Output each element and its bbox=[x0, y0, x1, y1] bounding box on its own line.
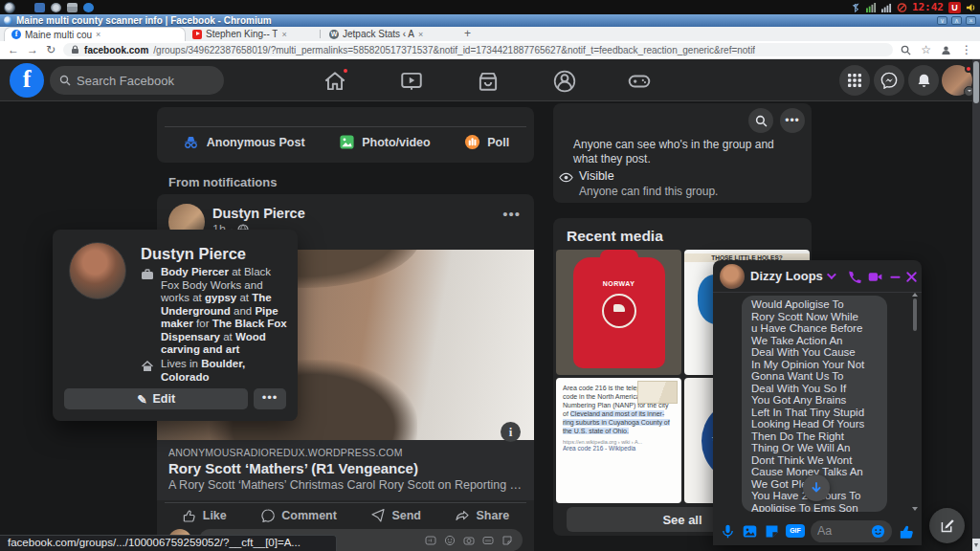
post-options-button[interactable]: ••• bbox=[502, 206, 521, 222]
gaming-tab[interactable] bbox=[627, 69, 652, 94]
poll-button[interactable]: Poll bbox=[464, 134, 509, 150]
chat-avatar[interactable] bbox=[720, 264, 745, 289]
scroll-down-arrow[interactable] bbox=[912, 507, 918, 511]
window-icon bbox=[4, 16, 12, 25]
new-message-button[interactable] bbox=[929, 508, 965, 543]
groups-tab[interactable] bbox=[552, 69, 577, 94]
scrollbar-down-arrow[interactable] bbox=[972, 539, 980, 551]
tab-stephen-king[interactable]: Stephen King-- T × bbox=[186, 27, 318, 41]
tab-close-icon[interactable]: × bbox=[418, 30, 423, 39]
hovercard-name[interactable]: Dustyn Pierce bbox=[141, 245, 246, 263]
group-search-button[interactable] bbox=[748, 108, 773, 133]
chat-scrollbar[interactable] bbox=[912, 298, 918, 507]
menu-button[interactable] bbox=[839, 65, 870, 96]
group-visible-description: Anyone can find this group. bbox=[579, 185, 718, 198]
chromium-app-icon[interactable] bbox=[83, 3, 94, 12]
edit-profile-button[interactable]: ✎ Edit bbox=[64, 388, 248, 409]
share-button[interactable]: Share bbox=[455, 508, 509, 523]
bookmark-star-icon[interactable]: ☆ bbox=[921, 43, 931, 56]
reload-button[interactable]: ↻ bbox=[46, 44, 56, 55]
window-titlebar: Maine multi county scanner info | Facebo… bbox=[0, 14, 980, 27]
minimize-chat-icon[interactable] bbox=[887, 269, 903, 285]
edit-label: Edit bbox=[152, 392, 175, 406]
facebook-search[interactable] bbox=[50, 66, 224, 95]
tab-strip: f Maine multi cou × Stephen King-- T × W… bbox=[0, 27, 980, 41]
pencil-icon: ✎ bbox=[137, 392, 146, 407]
like-button[interactable]: Like bbox=[182, 508, 227, 523]
chat-header[interactable]: Dizzy Loops bbox=[713, 260, 922, 293]
facebook-logo[interactable]: f bbox=[10, 63, 44, 98]
disconnected-icon[interactable] bbox=[897, 3, 907, 12]
new-tab-button[interactable]: + bbox=[457, 28, 479, 41]
send-icon bbox=[370, 508, 386, 523]
media-tile-area-code[interactable]: Area code 216 is the telephone area code… bbox=[556, 378, 681, 503]
volume-tray-icon[interactable] bbox=[966, 3, 976, 12]
chat-scroll-thumb[interactable] bbox=[913, 298, 917, 331]
home-tab[interactable] bbox=[323, 69, 347, 94]
like-label: Like bbox=[203, 509, 227, 522]
notifications-button[interactable] bbox=[908, 65, 939, 96]
attach-photo-icon[interactable] bbox=[742, 523, 758, 540]
chat-message-input[interactable] bbox=[811, 520, 892, 542]
app-icon-1[interactable] bbox=[34, 3, 45, 12]
call-icon[interactable] bbox=[846, 269, 862, 285]
tab-facebook[interactable]: f Maine multi cou × bbox=[4, 27, 186, 41]
media-tile-hoodie[interactable]: NORWAY bbox=[556, 250, 681, 375]
page-scrollbar[interactable] bbox=[972, 59, 980, 551]
messenger-button[interactable] bbox=[874, 65, 904, 96]
search-input[interactable] bbox=[77, 74, 201, 88]
window-close-button[interactable]: × bbox=[966, 16, 976, 25]
link-preview[interactable]: ANONYMOUSRADIOREDUX.WORDPRESS.COM Rory S… bbox=[157, 440, 534, 500]
power-tray-icon[interactable]: U bbox=[948, 2, 961, 13]
video-call-icon[interactable] bbox=[867, 269, 883, 285]
gif-icon[interactable]: GIF bbox=[786, 524, 805, 538]
hovercard-options-button[interactable]: ••• bbox=[254, 388, 286, 409]
forward-button[interactable]: → bbox=[27, 44, 38, 55]
chat-name[interactable]: Dizzy Loops bbox=[750, 269, 834, 283]
photo-video-button[interactable]: Photo/video bbox=[339, 134, 431, 150]
thumbs-up-send-icon[interactable] bbox=[898, 522, 916, 540]
link-title: Rory Scott ‘Mathers’ (R1 Vengeance) bbox=[168, 460, 523, 476]
hovercard-avatar[interactable] bbox=[69, 242, 126, 299]
group-info-card: ••• Anyone can see who's in the group an… bbox=[553, 103, 812, 203]
voice-clip-icon[interactable] bbox=[720, 523, 736, 540]
emoji-picker-icon[interactable] bbox=[871, 524, 885, 539]
sticker-icon[interactable] bbox=[764, 523, 780, 540]
window-minimize-button[interactable]: ∨ bbox=[937, 16, 947, 25]
camera-comment-icon[interactable] bbox=[463, 535, 475, 546]
marketplace-tab[interactable] bbox=[476, 69, 501, 94]
close-chat-icon[interactable] bbox=[903, 269, 920, 285]
browser-menu-icon[interactable]: ⋮ bbox=[961, 43, 972, 56]
chat-text-input[interactable] bbox=[817, 524, 871, 538]
group-options-button[interactable]: ••• bbox=[780, 108, 805, 133]
scroll-to-bottom-button[interactable] bbox=[803, 474, 830, 501]
window-maximize-button[interactable]: ∧ bbox=[951, 16, 962, 25]
anonymous-post-button[interactable]: Anonymous Post bbox=[182, 135, 305, 149]
scrollbar-thumb[interactable] bbox=[973, 61, 979, 103]
sticker-comment-icon[interactable] bbox=[501, 535, 513, 546]
signal-bars-icon[interactable] bbox=[881, 3, 892, 12]
tab-close-icon[interactable]: × bbox=[281, 30, 286, 39]
tab-jetpack-stats[interactable]: W Jetpack Stats ‹ A × bbox=[323, 27, 457, 41]
launcher-icon[interactable] bbox=[4, 2, 15, 13]
back-button[interactable]: ← bbox=[8, 44, 19, 55]
gif-badge-comment-icon[interactable] bbox=[482, 535, 494, 546]
emoji-comment-icon[interactable] bbox=[444, 535, 456, 546]
scroll-up-arrow[interactable] bbox=[912, 293, 918, 297]
comment-button[interactable]: Comment bbox=[260, 508, 337, 523]
zoom-icon[interactable] bbox=[901, 45, 911, 55]
watch-tab[interactable] bbox=[399, 69, 424, 94]
network-signal-icon[interactable] bbox=[866, 3, 877, 12]
send-button[interactable]: Send bbox=[370, 508, 421, 523]
info-icon[interactable]: i bbox=[501, 422, 521, 442]
tab-close-icon[interactable]: × bbox=[96, 30, 100, 39]
address-bar[interactable]: facebook.com/groups/349622387658019/?mul… bbox=[63, 43, 893, 56]
gif-comment-icon[interactable] bbox=[425, 535, 436, 546]
profile-avatar[interactable] bbox=[942, 65, 972, 96]
profile-toolbar-icon[interactable] bbox=[941, 45, 951, 55]
post-author-name[interactable]: Dustyn Pierce bbox=[212, 206, 305, 221]
facebook-favicon: f bbox=[11, 30, 21, 39]
browser-app-icon[interactable] bbox=[51, 3, 61, 12]
windows-app-icon[interactable] bbox=[67, 3, 78, 12]
bluetooth-tray-icon[interactable] bbox=[851, 3, 861, 12]
